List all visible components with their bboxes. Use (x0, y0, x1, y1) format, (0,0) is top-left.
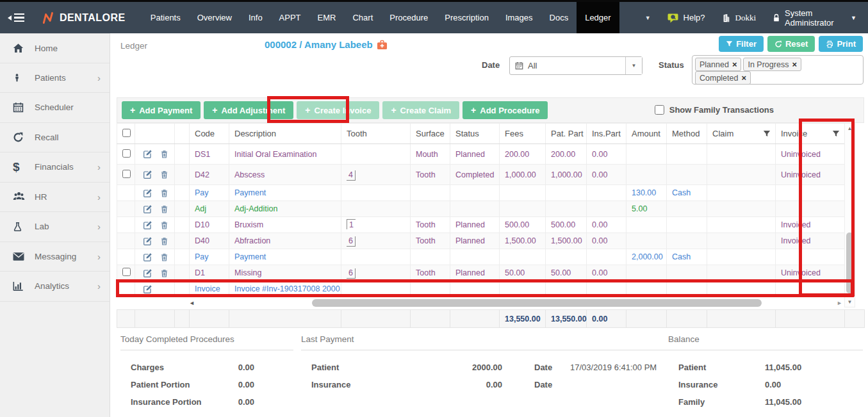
vertical-scrollbar[interactable]: ▲ ▼ (844, 123, 855, 307)
sidebar-collapse-icon[interactable] (0, 2, 33, 33)
user-menu[interactable]: System Administrator ▼ (773, 8, 856, 28)
cell-spacer (175, 233, 190, 249)
delete-icon[interactable] (160, 149, 168, 159)
row-actions (140, 252, 174, 262)
edit-icon[interactable] (143, 149, 152, 159)
add-adjustment-button[interactable]: +Add Adjustment (204, 101, 293, 119)
scroll-left-icon[interactable]: ◄ (189, 300, 197, 306)
reset-button[interactable]: Reset (767, 36, 815, 52)
edit-icon[interactable] (143, 236, 152, 246)
nav-item-overview[interactable]: Overview (189, 2, 240, 33)
status-filter-box[interactable]: Planned×In Progress×Completed× (692, 55, 864, 85)
delete-icon[interactable] (160, 188, 168, 198)
cell-spacer (175, 281, 190, 297)
print-button[interactable]: Print (819, 36, 863, 52)
nav-item-emr[interactable]: EMR (309, 2, 345, 33)
cell-tooth (341, 201, 411, 217)
show-family-checkbox[interactable] (655, 105, 664, 115)
edit-icon[interactable] (143, 268, 152, 278)
remove-tag-icon[interactable]: × (732, 60, 737, 69)
sidebar-item-financials[interactable]: $Financials› (0, 152, 110, 183)
nav-item-patients[interactable]: Patients (142, 2, 189, 33)
edit-icon[interactable] (143, 252, 152, 262)
ledger-row: D40Abfraction6ToothPlanned1,500.001,500.… (117, 233, 845, 249)
cell-pat_part: 200.00 (546, 144, 587, 165)
sidebar-item-recall[interactable]: Recall (0, 123, 110, 153)
delete-icon[interactable] (160, 268, 168, 278)
create-invoice-button[interactable]: +Create Invoice (297, 101, 379, 119)
edit-icon[interactable] (143, 284, 152, 294)
clinic-selector[interactable]: Dokki (722, 13, 757, 23)
remove-tag-icon[interactable]: × (741, 73, 746, 83)
select-all-checkbox[interactable] (122, 129, 131, 137)
status-tag-completed[interactable]: Completed× (695, 71, 751, 85)
cell-fees (500, 281, 546, 297)
help-link[interactable]: Help? (667, 13, 705, 23)
date-filter-dropdown[interactable]: All ▼ (509, 56, 643, 75)
scroll-up-icon[interactable]: ▲ (845, 126, 855, 131)
add-payment-button[interactable]: +Add Payment (122, 101, 201, 119)
horizontal-scrollbar[interactable]: ◄ ► (189, 298, 844, 307)
vertical-scroll-thumb[interactable] (846, 233, 853, 293)
row-actions (140, 204, 174, 214)
delete-icon[interactable] (160, 252, 168, 262)
sidebar-item-lab[interactable]: Lab› (0, 212, 110, 242)
nav-item-chart[interactable]: Chart (344, 2, 381, 33)
horizontal-scroll-thumb[interactable] (312, 299, 762, 307)
navbar-more-dropdown[interactable]: ▼ (619, 2, 667, 33)
delete-icon[interactable] (160, 236, 168, 246)
sidebar-item-messaging[interactable]: Messaging› (0, 242, 110, 272)
edit-icon[interactable] (143, 170, 152, 179)
sidebar-item-hr[interactable]: HR› (0, 183, 110, 213)
cell-fees (500, 249, 546, 265)
nav-item-appt[interactable]: APPT (271, 2, 309, 33)
nav-item-info[interactable]: Info (240, 2, 271, 33)
patient-link[interactable]: 000002 / Amany Labeeb (265, 39, 388, 50)
remove-tag-icon[interactable]: × (792, 60, 797, 69)
cell-pat_part: 50.00 (546, 265, 587, 281)
nav-item-procedure[interactable]: Procedure (381, 2, 436, 33)
cell-spacer (175, 265, 190, 281)
edit-icon[interactable] (143, 188, 152, 198)
add-procedure-button[interactable]: +Add Procedure (463, 101, 548, 119)
row-checkbox[interactable] (122, 170, 131, 178)
ledger-row-invoice: InvoiceInvoice #Inv-190317008 2000.00 (117, 281, 845, 297)
scroll-right-icon[interactable]: ► (837, 300, 844, 306)
column-header-code: Code (190, 124, 229, 144)
row-checkbox[interactable] (122, 149, 131, 158)
today-completed-procedures-section: Today Completed ProceduresCharges0.00Pat… (120, 334, 293, 411)
edit-icon[interactable] (143, 220, 152, 230)
sidebar-item-home[interactable]: Home (0, 33, 110, 63)
app-logo[interactable]: DENTALORE (33, 2, 142, 33)
cell-value: Planned (455, 236, 485, 245)
scroll-down-icon[interactable]: ▼ (845, 299, 855, 305)
filter-button[interactable]: Filter (719, 36, 764, 52)
cell-value: Bruxism (234, 220, 263, 229)
filter-funnel-icon[interactable] (832, 130, 840, 138)
cell-status: Planned (450, 217, 500, 233)
edit-icon[interactable] (143, 204, 152, 214)
status-tag-planned[interactable]: Planned× (695, 58, 741, 71)
horizontal-scroll-track[interactable] (197, 299, 837, 307)
sidebar-item-patients[interactable]: Patients› (0, 63, 110, 94)
nav-item-prescription[interactable]: Prescription (436, 2, 497, 33)
cell-description: Payment (229, 249, 341, 265)
delete-icon[interactable] (160, 220, 168, 230)
dropdown-caret-icon[interactable]: ▼ (625, 57, 642, 74)
cell-actions (135, 185, 175, 201)
delete-icon[interactable] (160, 204, 168, 214)
nav-item-images[interactable]: Images (497, 2, 541, 33)
delete-icon[interactable] (160, 170, 168, 179)
nav-item-ledger[interactable]: Ledger (577, 2, 619, 33)
create-claim-button[interactable]: +Create Claim (382, 101, 459, 119)
nav-item-docs[interactable]: Docs (541, 2, 577, 33)
cell-claim (707, 144, 776, 165)
sidebar-item-analytics[interactable]: Analytics› (0, 272, 110, 302)
total-code (190, 310, 229, 328)
ledger-table: CodeDescriptionToothSurfaceStatusFeesPat… (117, 123, 845, 297)
status-tag-in-progress[interactable]: In Progress× (743, 58, 801, 71)
filter-funnel-icon[interactable] (763, 130, 771, 138)
sidebar-item-scheduler[interactable]: Scheduler (0, 93, 110, 123)
show-family-transactions: Show Family Transactions (655, 105, 774, 115)
row-checkbox[interactable] (122, 268, 131, 276)
